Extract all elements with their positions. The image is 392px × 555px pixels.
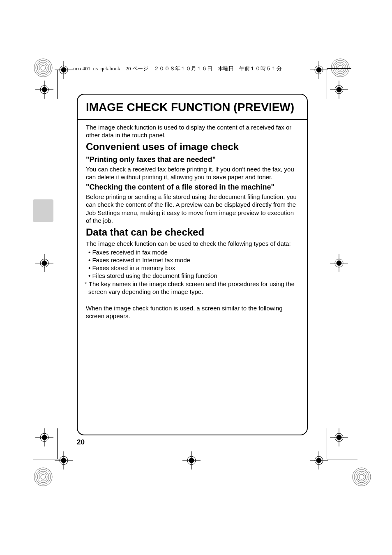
svg-point-63	[359, 474, 364, 479]
registration-mark-icon	[35, 81, 53, 99]
svg-point-3	[39, 64, 47, 72]
registration-mark-icon	[330, 254, 348, 272]
svg-point-14	[333, 60, 348, 75]
section1-sub2-body: Before printing or sending a file stored…	[86, 193, 299, 224]
section2-heading: Data that can be checked	[86, 226, 299, 239]
section-tab	[33, 199, 53, 222]
header-text: mxc401_us_qck.book 20 ページ ２００８年１０月１６日 木曜…	[72, 65, 283, 72]
registration-mark-icon	[310, 61, 328, 79]
svg-point-59	[353, 468, 371, 486]
svg-point-1	[36, 60, 51, 75]
section1-sub1-body: You can check a received fax before prin…	[86, 165, 299, 181]
svg-point-45	[39, 473, 47, 481]
list-item: Faxes stored in a memory box	[88, 264, 299, 272]
section1-sub2-heading: "Checking the content of a file stored i…	[86, 183, 299, 192]
crop-rule	[57, 70, 58, 99]
title-box: IMAGE CHECK FUNCTION (PREVIEW)	[78, 95, 307, 120]
crop-rule	[33, 460, 64, 460]
registration-mark-icon	[35, 428, 53, 446]
svg-point-16	[336, 64, 344, 72]
section1-sub1-heading: "Printing only faxes that are needed"	[86, 155, 299, 164]
spiral-mark-icon	[33, 467, 53, 487]
section1-heading: Convenient uses of image check	[86, 141, 299, 153]
svg-point-42	[34, 468, 52, 486]
section2-followup: When the image check function is used, a…	[86, 304, 299, 320]
svg-point-4	[41, 65, 46, 70]
svg-point-62	[357, 473, 366, 481]
registration-mark-icon	[330, 428, 348, 446]
section2-intro: The image check function can be used to …	[86, 240, 299, 247]
crop-rule	[327, 68, 351, 69]
svg-point-17	[338, 65, 343, 70]
page-number: 20	[77, 438, 85, 446]
list-item: Faxes received in fax mode	[88, 248, 299, 256]
svg-point-46	[41, 474, 46, 479]
section2-note: * The key names in the image check scree…	[86, 280, 299, 296]
svg-point-0	[34, 59, 52, 77]
content-frame: IMAGE CHECK FUNCTION (PREVIEW) The image…	[77, 94, 308, 435]
svg-point-13	[331, 59, 349, 77]
section2-list: Faxes received in fax mode Faxes receive…	[86, 248, 299, 280]
intro-text: The image check function is used to disp…	[86, 123, 299, 139]
spiral-mark-icon	[351, 467, 372, 487]
page-title: IMAGE CHECK FUNCTION (PREVIEW)	[86, 100, 299, 114]
list-item: Faxes received in Internet fax mode	[88, 256, 299, 264]
crop-rule	[57, 428, 58, 459]
registration-mark-icon	[35, 254, 53, 272]
crop-rule	[327, 70, 327, 99]
crop-rule	[327, 460, 357, 460]
registration-mark-icon	[182, 451, 201, 469]
list-item: Files stored using the document filing f…	[88, 272, 299, 280]
spiral-mark-icon	[330, 58, 350, 78]
svg-point-60	[354, 469, 369, 484]
registration-mark-icon	[330, 81, 348, 99]
registration-mark-icon	[310, 451, 328, 469]
crop-rule	[327, 428, 327, 459]
spiral-mark-icon	[33, 58, 53, 78]
svg-point-43	[36, 469, 51, 484]
